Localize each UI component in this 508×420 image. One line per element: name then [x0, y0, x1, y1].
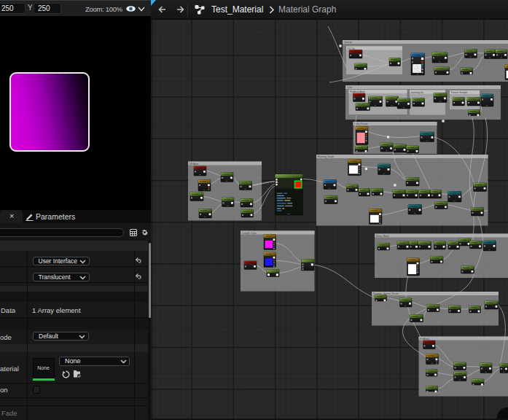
svg-text:Color Param: Color Param — [354, 122, 368, 125]
svg-text:Custom Color: Custom Color — [242, 232, 257, 235]
svg-text:Color: Color — [347, 86, 353, 89]
svg-text:Opacity: Opacity — [344, 41, 353, 44]
svg-text:Noise_Mask: Noise_Mask — [376, 235, 389, 238]
svg-text:masking tint: masking tint — [411, 91, 424, 94]
svg-text:FlipBook Anim: FlipBook Anim — [350, 90, 365, 93]
svg-text:Masking_Depth: Masking_Depth — [318, 155, 335, 158]
svg-text:Texture Sample: Texture Sample — [451, 91, 468, 94]
svg-text:UV Tile: UV Tile — [348, 47, 356, 50]
svg-text:UV Anim: UV Anim — [189, 163, 199, 166]
